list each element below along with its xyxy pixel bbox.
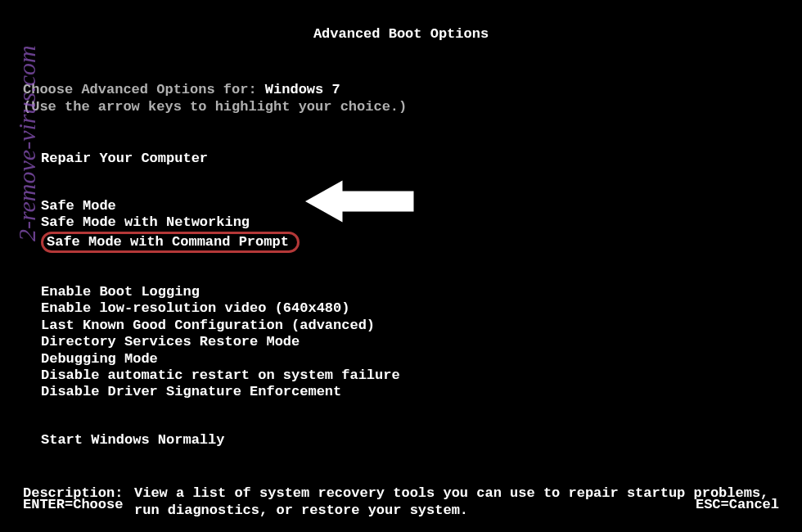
footer-esc: ESC=Cancel [696, 497, 779, 512]
option-last-known-good[interactable]: Last Known Good Configuration (advanced) [23, 318, 779, 334]
option-repair-your-computer[interactable]: Repair Your Computer [23, 151, 779, 167]
option-disable-auto-restart[interactable]: Disable automatic restart on system fail… [23, 367, 779, 384]
os-name: Windows 7 [265, 82, 340, 97]
option-start-windows-normally[interactable]: Start Windows Normally [23, 432, 779, 449]
choose-label: Choose Advanced Options for: [23, 82, 265, 97]
footer-enter: ENTER=Choose [23, 497, 123, 512]
option-debugging-mode[interactable]: Debugging Mode [23, 351, 779, 367]
page-title: Advanced Boot Options [23, 26, 779, 42]
option-safe-mode[interactable]: Safe Mode [23, 198, 779, 214]
option-safe-mode-networking[interactable]: Safe Mode with Networking [23, 214, 779, 231]
option-low-res-video[interactable]: Enable low-resolution video (640x480) [23, 300, 779, 317]
option-disable-driver-signature[interactable]: Disable Driver Signature Enforcement [23, 384, 779, 400]
option-directory-services-restore[interactable]: Directory Services Restore Mode [23, 334, 779, 350]
option-enable-boot-logging[interactable]: Enable Boot Logging [23, 284, 779, 300]
option-safe-mode-command-prompt[interactable]: Safe Mode with Command Prompt [41, 232, 300, 253]
arrow-key-hint: (Use the arrow keys to highlight your ch… [23, 98, 779, 115]
